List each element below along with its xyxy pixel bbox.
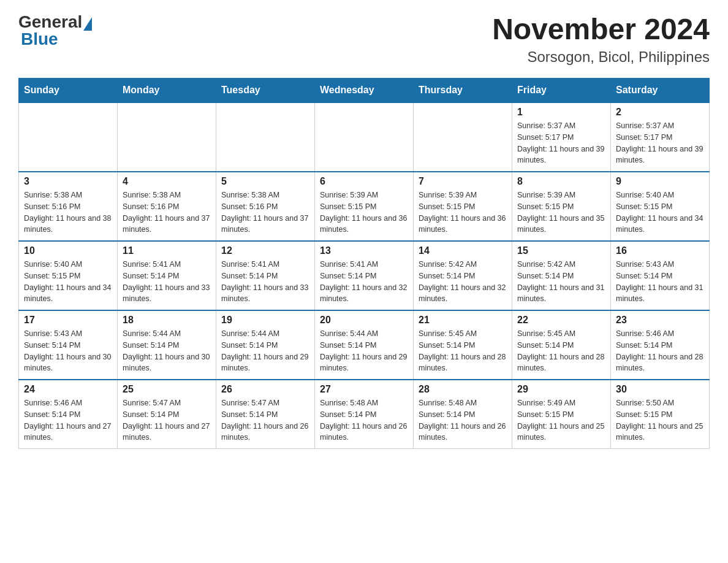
day-info: Sunrise: 5:43 AMSunset: 5:14 PMDaylight:… (616, 259, 704, 305)
day-number: 19 (221, 315, 309, 326)
calendar-cell: 22Sunrise: 5:45 AMSunset: 5:14 PMDayligh… (512, 310, 611, 380)
calendar-cell (118, 102, 216, 172)
calendar-cell: 20Sunrise: 5:44 AMSunset: 5:14 PMDayligh… (315, 310, 414, 380)
day-info: Sunrise: 5:37 AMSunset: 5:17 PMDaylight:… (616, 120, 704, 166)
calendar-cell: 3Sunrise: 5:38 AMSunset: 5:16 PMDaylight… (19, 172, 118, 241)
week-row-1: 1Sunrise: 5:37 AMSunset: 5:17 PMDaylight… (19, 102, 710, 172)
calendar-cell: 15Sunrise: 5:42 AMSunset: 5:14 PMDayligh… (512, 241, 611, 310)
day-info: Sunrise: 5:39 AMSunset: 5:15 PMDaylight:… (517, 190, 605, 236)
day-info: Sunrise: 5:48 AMSunset: 5:14 PMDaylight:… (419, 397, 507, 443)
calendar-subtitle: Sorsogon, Bicol, Philippines (492, 48, 710, 66)
day-number: 28 (419, 384, 507, 395)
calendar-cell (414, 102, 512, 172)
logo-general-text: General (18, 12, 82, 31)
day-info: Sunrise: 5:41 AMSunset: 5:14 PMDaylight:… (123, 259, 211, 305)
day-header-wednesday: Wednesday (315, 79, 414, 103)
week-row-4: 17Sunrise: 5:43 AMSunset: 5:14 PMDayligh… (19, 310, 710, 380)
day-number: 3 (24, 176, 112, 187)
calendar-cell (315, 102, 414, 172)
day-info: Sunrise: 5:37 AMSunset: 5:17 PMDaylight:… (517, 120, 605, 166)
day-info: Sunrise: 5:47 AMSunset: 5:14 PMDaylight:… (221, 397, 309, 443)
day-number: 30 (616, 384, 704, 395)
day-number: 27 (320, 384, 408, 395)
calendar-cell: 10Sunrise: 5:40 AMSunset: 5:15 PMDayligh… (19, 241, 118, 310)
day-info: Sunrise: 5:38 AMSunset: 5:16 PMDaylight:… (24, 190, 112, 236)
calendar-cell: 17Sunrise: 5:43 AMSunset: 5:14 PMDayligh… (19, 310, 118, 380)
calendar-cell: 23Sunrise: 5:46 AMSunset: 5:14 PMDayligh… (611, 310, 710, 380)
calendar-cell: 26Sunrise: 5:47 AMSunset: 5:14 PMDayligh… (216, 380, 315, 449)
day-header-friday: Friday (512, 79, 611, 103)
day-header-sunday: Sunday (19, 79, 118, 103)
day-number: 9 (616, 176, 704, 187)
calendar-cell: 27Sunrise: 5:48 AMSunset: 5:14 PMDayligh… (315, 380, 414, 449)
day-info: Sunrise: 5:41 AMSunset: 5:14 PMDaylight:… (320, 259, 408, 305)
day-number: 4 (123, 176, 211, 187)
calendar-table: SundayMondayTuesdayWednesdayThursdayFrid… (18, 78, 710, 449)
day-number: 17 (24, 315, 112, 326)
calendar-cell: 1Sunrise: 5:37 AMSunset: 5:17 PMDaylight… (512, 102, 611, 172)
day-number: 24 (24, 384, 112, 395)
day-header-tuesday: Tuesday (216, 79, 315, 103)
day-info: Sunrise: 5:45 AMSunset: 5:14 PMDaylight:… (419, 328, 507, 374)
day-number: 2 (616, 107, 704, 118)
calendar-cell: 28Sunrise: 5:48 AMSunset: 5:14 PMDayligh… (414, 380, 512, 449)
calendar-cell: 5Sunrise: 5:38 AMSunset: 5:16 PMDaylight… (216, 172, 315, 241)
calendar-cell: 9Sunrise: 5:40 AMSunset: 5:15 PMDaylight… (611, 172, 710, 241)
logo: General Blue (18, 12, 92, 49)
calendar-cell: 16Sunrise: 5:43 AMSunset: 5:14 PMDayligh… (611, 241, 710, 310)
calendar-cell: 12Sunrise: 5:41 AMSunset: 5:14 PMDayligh… (216, 241, 315, 310)
calendar-cell: 13Sunrise: 5:41 AMSunset: 5:14 PMDayligh… (315, 241, 414, 310)
day-number: 14 (419, 245, 507, 256)
day-info: Sunrise: 5:45 AMSunset: 5:14 PMDaylight:… (517, 328, 605, 374)
day-number: 22 (517, 315, 605, 326)
calendar-cell: 18Sunrise: 5:44 AMSunset: 5:14 PMDayligh… (118, 310, 216, 380)
week-row-5: 24Sunrise: 5:46 AMSunset: 5:14 PMDayligh… (19, 380, 710, 449)
week-row-2: 3Sunrise: 5:38 AMSunset: 5:16 PMDaylight… (19, 172, 710, 241)
day-info: Sunrise: 5:49 AMSunset: 5:15 PMDaylight:… (517, 397, 605, 443)
day-info: Sunrise: 5:42 AMSunset: 5:14 PMDaylight:… (419, 259, 507, 305)
title-section: November 2024 Sorsogon, Bicol, Philippin… (492, 12, 710, 66)
calendar-cell (19, 102, 118, 172)
day-info: Sunrise: 5:44 AMSunset: 5:14 PMDaylight:… (320, 328, 408, 374)
week-row-3: 10Sunrise: 5:40 AMSunset: 5:15 PMDayligh… (19, 241, 710, 310)
day-number: 23 (616, 315, 704, 326)
day-info: Sunrise: 5:46 AMSunset: 5:14 PMDaylight:… (24, 397, 112, 443)
calendar-cell: 14Sunrise: 5:42 AMSunset: 5:14 PMDayligh… (414, 241, 512, 310)
calendar-cell (216, 102, 315, 172)
calendar-cell: 21Sunrise: 5:45 AMSunset: 5:14 PMDayligh… (414, 310, 512, 380)
day-info: Sunrise: 5:40 AMSunset: 5:15 PMDaylight:… (616, 190, 704, 236)
page-header: General Blue November 2024 Sorsogon, Bic… (18, 12, 710, 66)
calendar-cell: 19Sunrise: 5:44 AMSunset: 5:14 PMDayligh… (216, 310, 315, 380)
day-number: 29 (517, 384, 605, 395)
day-info: Sunrise: 5:44 AMSunset: 5:14 PMDaylight:… (123, 328, 211, 374)
day-number: 15 (517, 245, 605, 256)
day-number: 25 (123, 384, 211, 395)
day-number: 8 (517, 176, 605, 187)
calendar-title: November 2024 (492, 12, 710, 46)
day-number: 5 (221, 176, 309, 187)
day-number: 7 (419, 176, 507, 187)
calendar-cell: 24Sunrise: 5:46 AMSunset: 5:14 PMDayligh… (19, 380, 118, 449)
day-number: 12 (221, 245, 309, 256)
day-number: 10 (24, 245, 112, 256)
day-info: Sunrise: 5:42 AMSunset: 5:14 PMDaylight:… (517, 259, 605, 305)
logo-triangle-icon (83, 17, 92, 31)
calendar-cell: 8Sunrise: 5:39 AMSunset: 5:15 PMDaylight… (512, 172, 611, 241)
calendar-header-row: SundayMondayTuesdayWednesdayThursdayFrid… (19, 79, 710, 103)
calendar-cell: 11Sunrise: 5:41 AMSunset: 5:14 PMDayligh… (118, 241, 216, 310)
calendar-cell: 25Sunrise: 5:47 AMSunset: 5:14 PMDayligh… (118, 380, 216, 449)
day-number: 1 (517, 107, 605, 118)
calendar-cell: 6Sunrise: 5:39 AMSunset: 5:15 PMDaylight… (315, 172, 414, 241)
day-header-monday: Monday (118, 79, 216, 103)
day-header-saturday: Saturday (611, 79, 710, 103)
day-info: Sunrise: 5:39 AMSunset: 5:15 PMDaylight:… (419, 190, 507, 236)
day-info: Sunrise: 5:40 AMSunset: 5:15 PMDaylight:… (24, 259, 112, 305)
day-number: 11 (123, 245, 211, 256)
day-number: 20 (320, 315, 408, 326)
day-number: 6 (320, 176, 408, 187)
day-number: 16 (616, 245, 704, 256)
day-info: Sunrise: 5:48 AMSunset: 5:14 PMDaylight:… (320, 397, 408, 443)
calendar-cell: 29Sunrise: 5:49 AMSunset: 5:15 PMDayligh… (512, 380, 611, 449)
calendar-cell: 4Sunrise: 5:38 AMSunset: 5:16 PMDaylight… (118, 172, 216, 241)
calendar-cell: 7Sunrise: 5:39 AMSunset: 5:15 PMDaylight… (414, 172, 512, 241)
